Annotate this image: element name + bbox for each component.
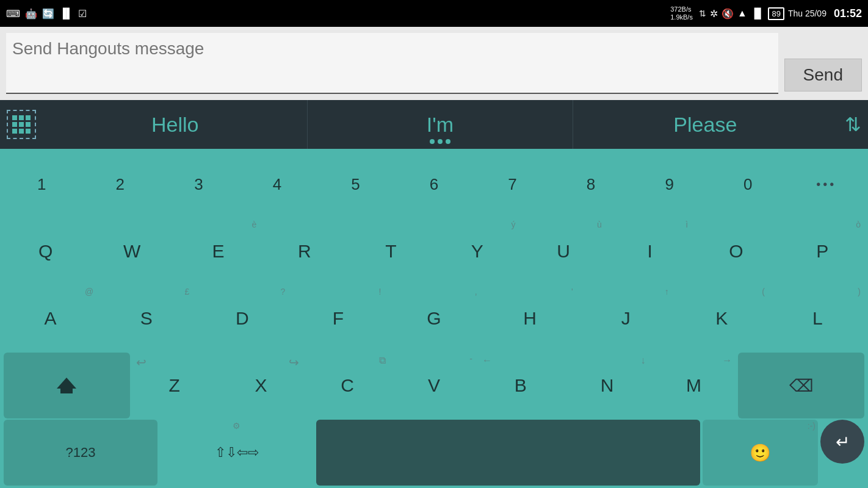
status-time: 01:52 [834,7,862,20]
key-k[interactable]: ( K [675,285,769,351]
key-c[interactable]: ⧉ C [305,353,389,418]
key-7[interactable]: 7 [474,151,551,217]
key-l[interactable]: ) L [771,285,864,351]
key-r[interactable]: R [262,218,346,284]
key-s[interactable]: £ S [99,285,193,351]
suggestion-hello[interactable]: Hello [43,100,307,149]
key-f[interactable]: ! F [291,285,385,351]
network-speed: 372B/s 1.9kB/s [670,5,693,21]
signal-icon: ▐▌ [751,8,765,19]
key-z[interactable]: ↩ Z [132,353,217,418]
number-row: 1 2 3 4 5 6 7 8 9 0 ••• [4,151,864,217]
key-4[interactable]: 4 [239,151,316,217]
key-h[interactable]: ' H [483,285,577,351]
mute-icon: 🔇 [722,8,734,20]
key-t[interactable]: T [349,218,433,284]
key-a[interactable]: @ A [4,285,97,351]
key-dots[interactable]: ••• [788,151,864,217]
keyboard-icon: ⌨ [6,8,20,20]
key-b[interactable]: ← B [479,353,563,418]
key-o[interactable]: O [694,218,778,284]
suggestion-grid-icon[interactable] [0,100,43,149]
shift-key[interactable] [4,353,130,418]
enter-key[interactable]: ↵ [820,420,864,464]
suggestion-bar: Hello I'm Please ⇅ [0,100,868,149]
key-8[interactable]: 8 [553,151,629,217]
network-arrow-icon: ⇅ [699,9,706,18]
emoji-key[interactable]: :-) 🙂 [703,420,818,486]
backspace-key[interactable]: ⌫ [738,353,864,418]
key-d[interactable]: ? D [195,285,289,351]
wifi-icon: ▲ [737,8,747,19]
sync-icon: 🔄 [42,8,54,20]
android-icon: 🤖 [25,8,37,20]
key-3[interactable]: 3 [161,151,237,217]
key-g[interactable]: , G [387,285,480,351]
key-i[interactable]: ì I [608,218,692,284]
suggestions-container: Hello I'm Please [43,100,837,149]
key-2[interactable]: 2 [82,151,159,217]
barcode-icon: ▐▌ [59,8,73,19]
key-p[interactable]: ò P [781,218,864,284]
key-x[interactable]: ↪ X [219,353,303,418]
battery-container: 89 [768,7,784,20]
suggestion-please[interactable]: Please [573,100,837,149]
qwerty-row: Q W è E R T ý Y ù U ì I O ò P [4,218,864,284]
symbols-key[interactable]: ?123 [4,420,157,486]
key-6[interactable]: 6 [396,151,472,217]
key-v[interactable]: - V [392,353,476,418]
message-area: Send [0,27,868,100]
key-1[interactable]: 1 [4,151,80,217]
message-input[interactable] [6,33,778,94]
key-0[interactable]: 0 [710,151,786,217]
keyboard: 1 2 3 4 5 6 7 8 9 0 ••• Q W è E R T ý Y … [0,149,868,488]
key-j[interactable]: ↑ J [579,285,673,351]
status-bar: ⌨ 🤖 🔄 ▐▌ ☑ 372B/s 1.9kB/s ⇅ ✲ 🔇 ▲ ▐▌ 89 … [0,0,868,27]
space-key[interactable]: space [316,420,701,486]
key-n[interactable]: ↓ N [565,353,649,418]
key-9[interactable]: 9 [631,151,707,217]
status-icons-left: ⌨ 🤖 🔄 ▐▌ ☑ [6,8,87,20]
suggestion-im[interactable]: I'm [307,100,572,149]
suggestion-expand-arrow[interactable]: ⇅ [837,113,868,136]
send-button[interactable]: Send [784,59,862,92]
asdf-row: @ A £ S ? D ! F , G ' H ↑ J ( K [4,285,864,351]
move-key[interactable]: ⚙ ⇧⇩⇦⇨ [160,420,314,486]
key-w[interactable]: W [90,218,173,284]
key-m[interactable]: → M [651,353,736,418]
zxcv-row: ↩ Z ↪ X ⧉ C - V ← B ↓ N → M ⌫ [4,353,864,418]
status-icons-right: 372B/s 1.9kB/s ⇅ ✲ 🔇 ▲ ▐▌ 89 Thu 25/09 0… [670,5,862,21]
bluetooth-icon: ✲ [710,8,718,20]
key-q[interactable]: Q [4,218,87,284]
status-date: Thu 25/09 [788,9,826,18]
key-u[interactable]: ù U [521,218,605,284]
check-icon: ☑ [78,8,87,20]
bottom-row: ?123 ⚙ ⇧⇩⇦⇨ space :-) 🙂 ↵ [4,420,864,486]
key-y[interactable]: ý Y [435,218,519,284]
key-e[interactable]: è E [176,218,260,284]
key-5[interactable]: 5 [317,151,394,217]
